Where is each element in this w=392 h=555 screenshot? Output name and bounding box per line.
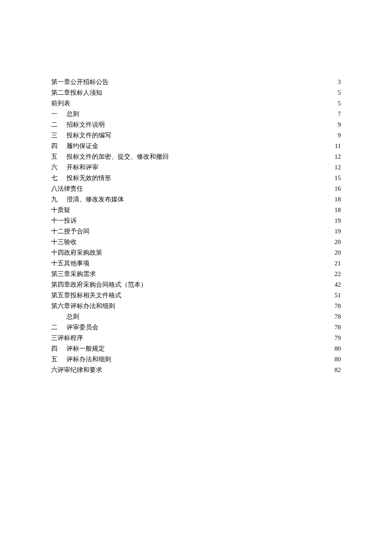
toc-entry-title: 评审委员会 <box>66 322 98 333</box>
toc-entry-page: 78 <box>334 301 341 311</box>
toc-entry-page: 12 <box>334 162 341 173</box>
toc-entry-number: 四 <box>51 343 66 354</box>
toc-entry-title: 第六章评标办法和细则 <box>51 301 115 311</box>
toc-entry-title: 十二授予合同 <box>51 226 89 237</box>
toc-entry-title: 八法律责任 <box>51 183 83 194</box>
toc-entry-page: 3 <box>338 77 341 87</box>
toc-entry: 第一章公开招标公告3 <box>51 77 341 87</box>
toc-entry-title: 前列表 <box>51 98 70 109</box>
toc-entry: 七投标无效的情形15 <box>51 173 341 183</box>
toc-entry: 二评审委员会78 <box>51 322 341 333</box>
toc-entry-page: 9 <box>338 130 341 141</box>
toc-entry-page: 19 <box>334 226 341 237</box>
toc-entry-page: 80 <box>334 343 341 354</box>
toc-entry: 十质疑18 <box>51 205 341 215</box>
toc-entry-title: 十四政府采购政策 <box>51 247 102 258</box>
table-of-contents: 第一章公开招标公告3第二章投标人须知5前列表5一总则7二招标文件说明9三投标文件… <box>51 77 341 375</box>
toc-entry-page: 12 <box>334 151 341 162</box>
toc-entry-title: 第五章投标相关文件格式 <box>51 290 121 301</box>
toc-entry: 三评标程序79 <box>51 333 341 343</box>
toc-entry-number: 二 <box>51 119 66 130</box>
toc-entry-page: 5 <box>338 98 341 109</box>
toc-entry: 四评标一般规定80 <box>51 343 341 354</box>
toc-entry-page: 22 <box>334 269 341 279</box>
toc-entry-title: 十三验收 <box>51 237 77 247</box>
toc-entry: 六评审纪律和要求82 <box>51 365 341 375</box>
toc-entry-title: 总则 <box>66 311 79 322</box>
toc-entry-page: 78 <box>334 322 341 333</box>
toc-entry-title: 招标文件说明 <box>66 119 105 130</box>
toc-entry-title: 履约保证金 <box>66 141 98 151</box>
toc-entry-page: 18 <box>334 205 341 215</box>
toc-entry-number: 五 <box>51 151 66 162</box>
toc-entry: 五评标办法和细则80 <box>51 354 341 365</box>
toc-entry-number: 一 <box>51 109 66 119</box>
toc-entry-title: 总则 <box>66 109 79 119</box>
toc-entry: 第三章采购需求22 <box>51 269 341 279</box>
toc-entry: 五投标文件的加密、提交、修改和撤回12 <box>51 151 341 162</box>
toc-entry: 三投标文件的编写9 <box>51 130 341 141</box>
toc-entry-page: 42 <box>334 279 341 290</box>
toc-entry: 八法律责任16 <box>51 183 341 194</box>
toc-entry-title: 澄清、修改发布媒体 <box>66 194 124 205</box>
toc-entry-title: 第三章采购需求 <box>51 269 96 279</box>
toc-entry: 十三验收20 <box>51 237 341 247</box>
toc-entry-number: 三 <box>51 130 66 141</box>
toc-entry-title: 投标文件的编写 <box>66 130 111 141</box>
toc-entry-page: 20 <box>334 237 341 247</box>
toc-entry-title: 评标办法和细则 <box>66 354 111 365</box>
toc-entry-page: 11 <box>335 141 341 151</box>
toc-entry: 九澄清、修改发布媒体18 <box>51 194 341 205</box>
toc-entry: 十二授予合同19 <box>51 226 341 237</box>
toc-entry: 第二章投标人须知5 <box>51 87 341 98</box>
toc-entry: 第四章政府采购合同格式（范本）42 <box>51 279 341 290</box>
toc-entry-page: 78 <box>334 311 341 322</box>
toc-entry-title: 评标一般规定 <box>66 343 105 354</box>
toc-entry-title: 十质疑 <box>51 205 70 215</box>
toc-entry-title: 投标无效的情形 <box>66 173 111 183</box>
toc-entry-title: 六评审纪律和要求 <box>51 365 102 375</box>
toc-entry-page: 7 <box>338 109 341 119</box>
toc-entry-page: 5 <box>338 87 341 98</box>
toc-entry-title: 三评标程序 <box>51 333 83 343</box>
toc-entry-title: 十一投诉 <box>51 215 77 226</box>
toc-entry-number: 二 <box>51 322 66 333</box>
toc-entry-page: 51 <box>334 290 341 301</box>
toc-entry: 一总则7 <box>51 109 341 119</box>
toc-entry: 十一投诉19 <box>51 215 341 226</box>
toc-entry: 第六章评标办法和细则78 <box>51 301 341 311</box>
toc-entry-page: 16 <box>334 183 341 194</box>
toc-entry: 六开标和评审12 <box>51 162 341 173</box>
toc-entry: 总则78 <box>51 311 341 322</box>
toc-entry-title: 第二章投标人须知 <box>51 87 102 98</box>
toc-entry-number: 七 <box>51 173 66 183</box>
toc-entry-number: 四 <box>51 141 66 151</box>
toc-entry-page: 9 <box>338 119 341 130</box>
toc-entry: 前列表5 <box>51 98 341 109</box>
toc-entry-page: 15 <box>334 173 341 183</box>
toc-entry-title: 投标文件的加密、提交、修改和撤回 <box>66 151 169 162</box>
toc-entry: 第五章投标相关文件格式51 <box>51 290 341 301</box>
toc-entry: 十四政府采购政策20 <box>51 247 341 258</box>
toc-entry-title: 十五其他事项 <box>51 258 89 269</box>
toc-entry-page: 82 <box>334 365 341 375</box>
toc-entry-page: 18 <box>334 194 341 205</box>
toc-entry-page: 20 <box>334 247 341 258</box>
toc-entry-number: 九 <box>51 194 66 205</box>
toc-entry-title: 第一章公开招标公告 <box>51 77 109 87</box>
toc-entry-number: 五 <box>51 354 66 365</box>
toc-entry-number: 六 <box>51 162 66 173</box>
toc-entry: 十五其他事项21 <box>51 258 341 269</box>
toc-entry-page: 79 <box>334 333 341 343</box>
toc-entry-page: 21 <box>334 258 341 269</box>
toc-entry: 四履约保证金11 <box>51 141 341 151</box>
toc-entry-page: 80 <box>334 354 341 365</box>
toc-entry-page: 19 <box>334 215 341 226</box>
toc-entry-title: 开标和评审 <box>66 162 98 173</box>
toc-entry: 二招标文件说明9 <box>51 119 341 130</box>
toc-entry-title: 第四章政府采购合同格式（范本） <box>51 279 147 290</box>
